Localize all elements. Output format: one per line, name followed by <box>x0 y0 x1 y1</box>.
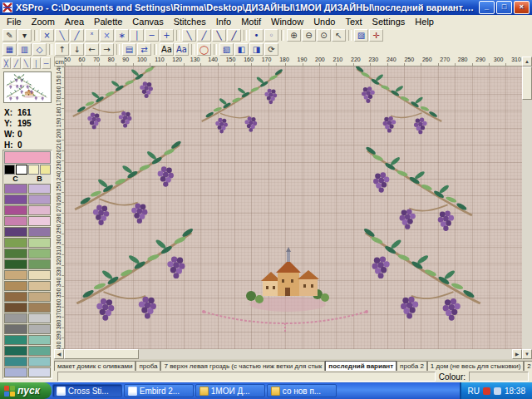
move-up-button[interactable]: ↑ <box>55 43 69 56</box>
stitch-direction-cross-button[interactable]: ╳ <box>2 57 11 69</box>
palette-swatch[interactable] <box>28 303 52 313</box>
tray-icon-antivirus[interactable] <box>483 387 490 395</box>
menu-item-motif[interactable]: Motif <box>236 16 266 27</box>
pencil-tool[interactable]: ✎ <box>2 29 17 42</box>
pencil-dropdown[interactable]: ▾ <box>17 29 32 42</box>
palette-swatch[interactable] <box>28 346 52 356</box>
horizontal-scrollbar[interactable]: ◀ ▶ <box>54 349 522 359</box>
start-button[interactable]: пуск <box>0 382 52 399</box>
palette-swatch[interactable] <box>28 227 52 237</box>
pattern-tab[interactable]: проба <box>135 361 160 371</box>
language-indicator[interactable]: RU <box>468 387 480 396</box>
taskbar-button[interactable]: со нов п... <box>267 384 337 397</box>
flood-fill-button[interactable]: ▨ <box>354 29 368 42</box>
palette-swatch[interactable] <box>4 324 27 334</box>
palette-swatch[interactable] <box>4 367 27 377</box>
palette-swatch[interactable] <box>28 292 52 302</box>
pattern-tab[interactable]: проба 2 <box>397 361 427 371</box>
scroll-right-button[interactable]: ▶ <box>512 349 522 359</box>
palette-swatch[interactable] <box>4 303 27 313</box>
palette-swatch[interactable] <box>28 205 52 215</box>
minimize-button[interactable]: _ <box>479 1 495 14</box>
zoom-in-button[interactable]: ⊕ <box>287 29 301 42</box>
quarter-stitch-button[interactable]: ˣ <box>85 29 99 42</box>
sheet-button[interactable]: ▧ <box>219 43 234 56</box>
tray-icon-volume[interactable] <box>494 387 501 395</box>
menu-item-window[interactable]: Window <box>266 16 308 27</box>
design-canvas[interactable] <box>65 66 522 349</box>
full-stitch-button[interactable]: × <box>40 29 54 42</box>
palette-swatch[interactable] <box>4 238 27 248</box>
palette-swatch[interactable] <box>4 216 27 226</box>
menu-item-info[interactable]: Info <box>211 16 236 27</box>
pattern-tab[interactable]: макет домик с оливками <box>54 361 135 371</box>
color-wheel-button[interactable]: ◯ <box>197 43 211 56</box>
text-cyrillic-button[interactable]: Аа <box>175 43 189 56</box>
palette-swatch[interactable] <box>4 313 27 323</box>
grid-toggle-button[interactable]: ▦ <box>2 43 17 56</box>
menu-item-help[interactable]: Help <box>410 16 439 27</box>
quick-swatch[interactable] <box>4 165 15 175</box>
scroll-left-button[interactable]: ◀ <box>54 349 64 359</box>
palette-swatch[interactable] <box>28 195 52 204</box>
menu-item-zoom[interactable]: Zoom <box>27 16 60 27</box>
palette-swatch[interactable] <box>28 216 52 226</box>
move-down-button[interactable]: ↓ <box>70 43 84 56</box>
palette-swatch[interactable] <box>28 184 52 194</box>
rulers-toggle-button[interactable]: ▥ <box>17 43 32 56</box>
horizontal-scroll-thumb[interactable] <box>64 349 139 359</box>
palette-swatch[interactable] <box>28 281 52 291</box>
close-button[interactable]: × <box>514 1 530 14</box>
palette-swatch[interactable] <box>4 259 27 269</box>
vertical-scroll-thumb[interactable] <box>522 66 532 100</box>
palette-swatch[interactable] <box>4 357 27 367</box>
pattern-tab[interactable]: последний вариант <box>325 361 397 371</box>
palette-swatch[interactable] <box>28 238 52 248</box>
backstitch-thick-back-button[interactable]: ╲ <box>212 29 226 42</box>
selected-color-swatch[interactable] <box>4 151 51 164</box>
quick-swatch[interactable] <box>16 165 27 175</box>
petite-stitch-button[interactable]: ∗ <box>115 29 129 42</box>
zoom-actual-button[interactable]: ⊙ <box>317 29 331 42</box>
half-stitch-back-button[interactable]: ╲ <box>55 29 69 42</box>
color-picker-button[interactable]: ✛ <box>369 29 383 42</box>
menu-item-area[interactable]: Area <box>60 16 89 27</box>
three-quarter-stitch-button[interactable]: × <box>100 29 114 42</box>
text-latin-button[interactable]: Aa <box>160 43 174 56</box>
quick-swatch[interactable] <box>28 165 39 175</box>
menu-item-file[interactable]: File <box>2 16 27 27</box>
taskbar-button[interactable]: 1МОИ Д... <box>195 384 265 397</box>
move-left-button[interactable]: ← <box>85 43 99 56</box>
palette-swatch[interactable] <box>28 378 52 379</box>
french-knot-button[interactable]: • <box>249 29 264 42</box>
pattern-tab[interactable]: 7 верхн левая гроздь (с частью ниж ветки… <box>160 361 325 371</box>
pattern-tab[interactable]: 1 дом (не весь для стыковки) <box>427 361 525 371</box>
quick-swatch[interactable] <box>40 165 51 175</box>
bead-button[interactable]: ◦ <box>264 29 278 42</box>
palette-swatch[interactable] <box>4 281 27 291</box>
palette-swatch[interactable] <box>4 195 27 204</box>
palette-swatch[interactable] <box>4 270 27 280</box>
palette-swatch[interactable] <box>28 367 52 377</box>
palette-swatch[interactable] <box>28 249 52 259</box>
palette-swatch[interactable] <box>4 346 27 356</box>
center-design-button[interactable]: ◇ <box>32 43 47 56</box>
maximize-button[interactable]: □ <box>496 1 512 14</box>
backstitch-back-button[interactable]: ╲ <box>182 29 196 42</box>
half-stitch-forward-button[interactable]: ╱ <box>70 29 84 42</box>
select-arrow-button[interactable]: ↖ <box>332 29 346 42</box>
palette-swatch[interactable] <box>4 227 27 237</box>
palette-swatch[interactable] <box>4 292 27 302</box>
swap-colors-button[interactable]: ⇄ <box>137 43 151 56</box>
palette-swatch[interactable] <box>28 324 52 334</box>
menu-item-text[interactable]: Text <box>340 16 367 27</box>
palette-swatch[interactable] <box>4 378 27 379</box>
zoom-out-button[interactable]: ⊖ <box>302 29 316 42</box>
horizontal-stitch-button[interactable]: ─ <box>145 29 159 42</box>
menu-item-canvas[interactable]: Canvas <box>127 16 168 27</box>
palette-swatch[interactable] <box>28 270 52 280</box>
menu-item-stitches[interactable]: Stitches <box>169 16 211 27</box>
pattern-tab[interactable]: 2 правая ниж гр. <box>524 361 532 371</box>
taskbar-button[interactable]: Cross Sti... <box>52 384 122 397</box>
backstitch-thick-forward-button[interactable]: ╱ <box>227 29 241 42</box>
